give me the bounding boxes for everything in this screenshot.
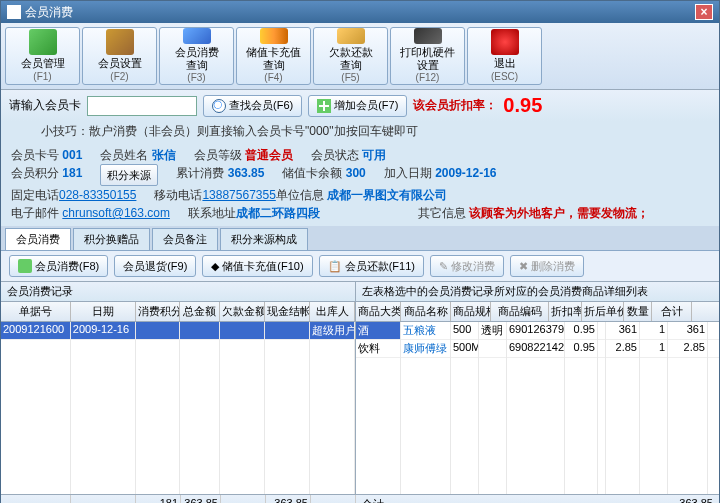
- left-col-header[interactable]: 单据号: [1, 302, 71, 321]
- toolbar-btn-2[interactable]: 会员消费查询(F3): [159, 27, 234, 85]
- rate-label: 该会员折扣率：: [413, 97, 497, 114]
- address: 成都二环路四段: [236, 206, 320, 220]
- join-date: 2009-12-16: [435, 166, 496, 180]
- right-grid: 左表格选中的会员消费记录所对应的会员消费商品详细列表 商品大类商品名称商品规格商…: [356, 282, 719, 494]
- tab-1[interactable]: 积分换赠品: [73, 228, 150, 250]
- left-grid-title: 会员消费记录: [1, 282, 355, 302]
- right-col-header[interactable]: 折扣率: [549, 302, 582, 321]
- refund-button[interactable]: 会员退货(F9): [114, 255, 196, 277]
- left-col-header[interactable]: 欠款金额: [220, 302, 265, 321]
- left-col-header[interactable]: 消费积分: [136, 302, 181, 321]
- card-input[interactable]: [87, 96, 197, 116]
- footer-cell: [221, 495, 266, 503]
- left-col-header[interactable]: 现金结帐: [265, 302, 310, 321]
- table-row[interactable]: 酒五粮液500透明6901263790.953611361: [356, 322, 719, 340]
- tab-2[interactable]: 会员备注: [152, 228, 218, 250]
- points-source-button[interactable]: 积分来源: [100, 164, 158, 186]
- right-col-header[interactable]: 商品编码: [491, 302, 549, 321]
- right-col-header[interactable]: 折后单价: [582, 302, 624, 321]
- repay-button[interactable]: 📋 会员还款(F11): [319, 255, 424, 277]
- member-state: 可用: [362, 148, 386, 162]
- sub-toolbar: 会员消费(F8) 会员退货(F9) ◆ 储值卡充值(F10) 📋 会员还款(F1…: [1, 251, 719, 282]
- app-icon: [7, 5, 21, 19]
- left-col-header[interactable]: 总金额: [180, 302, 220, 321]
- phone[interactable]: 028-83350155: [59, 188, 136, 202]
- right-grid-title: 左表格选中的会员消费记录所对应的会员消费商品详细列表: [356, 282, 719, 302]
- recharge-button[interactable]: ◆ 储值卡充值(F10): [202, 255, 312, 277]
- right-grid-body[interactable]: 酒五粮液500透明6901263790.953611361饮料康师傅绿500ML…: [356, 322, 719, 494]
- table-row[interactable]: 20091216002009-12-16超级用户: [1, 322, 355, 340]
- toolbar-icon: [106, 29, 134, 55]
- toolbar: 会员管理(F1)会员设置(F2)会员消费查询(F3)储值卡充值查询(F4)欠款还…: [1, 23, 719, 90]
- member-name: 张信: [152, 148, 176, 162]
- footer-cell: [1, 495, 71, 503]
- left-col-header[interactable]: 出库人: [310, 302, 355, 321]
- search-icon: [212, 99, 226, 113]
- footer-cell: [71, 495, 136, 503]
- footer-total-label: 合计: [362, 497, 384, 503]
- add-member-button[interactable]: 增加会员(F7): [308, 95, 407, 117]
- table-row[interactable]: 饮料康师傅绿500ML6908221420.952.8512.85: [356, 340, 719, 358]
- member-info: 会员卡号 001 会员姓名 张信 会员等级 普通会员 会员状态 可用 会员积分 …: [1, 142, 719, 226]
- points: 181: [62, 166, 82, 180]
- tabs: 会员消费积分换赠品会员备注积分来源构成: [1, 226, 719, 251]
- company: 成都一界图文有限公司: [327, 188, 447, 202]
- footer-cell: 363.85: [266, 495, 311, 503]
- add-icon: [317, 99, 331, 113]
- toolbar-icon: [183, 28, 211, 44]
- toolbar-btn-3[interactable]: 储值卡充值查询(F4): [236, 27, 311, 85]
- check-icon: [18, 259, 32, 273]
- toolbar-icon: [491, 29, 519, 55]
- left-grid-body[interactable]: 20091216002009-12-16超级用户: [1, 322, 355, 494]
- footer-cell: 363.85: [181, 495, 221, 503]
- window: 会员消费 × 会员管理(F1)会员设置(F2)会员消费查询(F3)储值卡充值查询…: [0, 0, 720, 503]
- search-bar: 请输入会员卡 查找会员(F6) 增加会员(F7) 该会员折扣率： 0.95: [1, 90, 719, 121]
- search-prompt: 请输入会员卡: [9, 97, 81, 114]
- total-consume: 363.85: [228, 166, 265, 180]
- footer-cell: [311, 495, 356, 503]
- right-col-header[interactable]: 商品大类: [356, 302, 401, 321]
- left-col-header[interactable]: 日期: [71, 302, 136, 321]
- mobile[interactable]: 13887567355: [202, 188, 275, 202]
- toolbar-btn-5[interactable]: 打印机硬件设置(F12): [390, 27, 465, 85]
- close-button[interactable]: ×: [695, 4, 713, 20]
- toolbar-icon: [29, 29, 57, 55]
- right-col-header[interactable]: 商品名称: [401, 302, 451, 321]
- tip-text: 小技巧：散户消费（非会员）则直接输入会员卡号"000"加按回车键即可: [1, 121, 719, 142]
- window-title: 会员消费: [25, 4, 73, 21]
- grids: 会员消费记录 单据号日期消费积分总金额欠款金额现金结帐出库人 200912160…: [1, 282, 719, 494]
- delete-consume-button[interactable]: ✖ 删除消费: [510, 255, 584, 277]
- other-info: 该顾客为外地客户，需要发物流；: [469, 206, 649, 220]
- toolbar-btn-6[interactable]: 退出(ESC): [467, 27, 542, 85]
- tab-3[interactable]: 积分来源构成: [220, 228, 308, 250]
- card-balance: 300: [346, 166, 366, 180]
- toolbar-btn-0[interactable]: 会员管理(F1): [5, 27, 80, 85]
- footer-cell: 181: [136, 495, 181, 503]
- member-level: 普通会员: [245, 148, 293, 162]
- toolbar-btn-1[interactable]: 会员设置(F2): [82, 27, 157, 85]
- rate-value: 0.95: [503, 94, 542, 117]
- toolbar-icon: [337, 28, 365, 44]
- edit-consume-button[interactable]: ✎ 修改消费: [430, 255, 504, 277]
- email[interactable]: chrunsoft@163.com: [62, 206, 170, 220]
- toolbar-icon: [414, 28, 442, 44]
- right-col-header[interactable]: 数量: [624, 302, 652, 321]
- consume-button[interactable]: 会员消费(F8): [9, 255, 108, 277]
- tab-0[interactable]: 会员消费: [5, 228, 71, 250]
- toolbar-btn-4[interactable]: 欠款还款查询(F5): [313, 27, 388, 85]
- footer-total-value: 363.85: [679, 497, 713, 503]
- left-grid: 会员消费记录 单据号日期消费积分总金额欠款金额现金结帐出库人 200912160…: [1, 282, 356, 494]
- toolbar-icon: [260, 28, 288, 44]
- titlebar: 会员消费 ×: [1, 1, 719, 23]
- find-member-button[interactable]: 查找会员(F6): [203, 95, 302, 117]
- card-no: 001: [62, 148, 82, 162]
- right-col-header[interactable]: 合计: [652, 302, 692, 321]
- right-col-header[interactable]: 商品规格: [451, 302, 491, 321]
- footer: 181363.85363.85 合计 363.85: [1, 494, 719, 503]
